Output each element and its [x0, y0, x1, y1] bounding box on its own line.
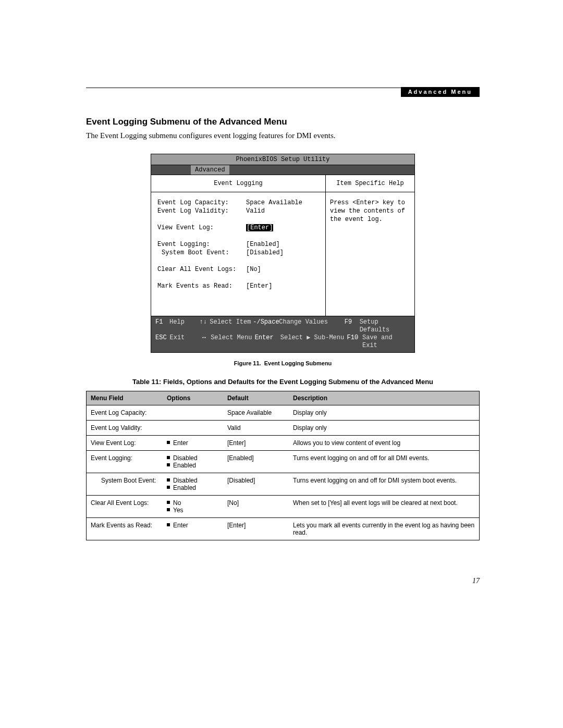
- key-enter: Enter: [255, 334, 280, 350]
- intro-text: The Event Logging submenu configures eve…: [86, 131, 480, 140]
- key-label: Select Menu: [211, 334, 255, 350]
- updown-icon: ↑↓: [197, 318, 210, 334]
- cell-description: Allows you to view content of event log: [289, 436, 480, 451]
- figure-caption: Figure 11. Event Logging Submenu: [86, 360, 480, 366]
- cell-options: DisabledEnabled: [163, 451, 223, 473]
- bios-menu-bar: Advanced: [151, 165, 414, 175]
- key-label: Change Values: [279, 318, 344, 334]
- key-label: Save and Exit: [362, 334, 410, 350]
- cell-description: When set to [Yes] all event logs will be…: [289, 496, 480, 518]
- key-esc: ESC: [155, 334, 170, 350]
- option-item: Enter: [167, 522, 219, 529]
- cell-default: [Enter]: [223, 436, 289, 451]
- table-row: Mark Events as Read:Enter[Enter]Lets you…: [87, 518, 480, 540]
- key-f10: F10: [347, 334, 362, 350]
- field-value: [Disabled]: [246, 249, 284, 257]
- bios-right-header: Item Specific Help: [326, 175, 414, 192]
- bios-help-text: Press <Enter> key to view the contents o…: [326, 192, 414, 230]
- option-item: Yes: [167, 507, 219, 514]
- cell-options: Enter: [163, 518, 223, 540]
- cell-description: Turns event logging on and off for all D…: [289, 451, 480, 473]
- cell-options: DisabledEnabled: [163, 473, 223, 496]
- field-value: Valid: [246, 207, 265, 215]
- cell-default: [Disabled]: [223, 473, 289, 496]
- cell-default: [No]: [223, 496, 289, 518]
- key-label: Setup Defaults: [360, 318, 410, 334]
- table-row: Event Log Validity:ValidDisplay only: [87, 421, 480, 436]
- cell-menu-field: System Boot Event:: [87, 473, 163, 496]
- field-value: [Enabled]: [246, 240, 280, 249]
- cell-default: Space Available: [223, 405, 289, 421]
- selected-value: [Enter]: [246, 224, 273, 231]
- page-number: 17: [472, 577, 480, 585]
- key-f1: F1: [155, 318, 169, 334]
- bios-left-header: Event Logging: [151, 175, 325, 192]
- cell-options: [163, 405, 223, 421]
- key-label: Exit: [170, 334, 198, 350]
- section-heading: Event Logging Submenu of the Advanced Me…: [86, 117, 480, 127]
- option-item: Disabled: [167, 477, 219, 484]
- col-description: Description: [289, 391, 480, 405]
- table-row: View Event Log:Enter[Enter]Allows you to…: [87, 436, 480, 451]
- key-label: Select ▶ Sub-Menu: [280, 334, 347, 350]
- cell-default: Valid: [223, 421, 289, 436]
- field-label: View Event Log:: [157, 224, 246, 232]
- option-item: Enabled: [167, 484, 219, 491]
- field-value: [No]: [246, 265, 261, 274]
- cell-default: [Enabled]: [223, 451, 289, 473]
- table-row: Event Log Capacity:Space AvailableDispla…: [87, 405, 480, 421]
- header-tab: Advanced Menu: [401, 87, 480, 97]
- col-default: Default: [223, 391, 289, 405]
- figure-title: Event Logging Submenu: [264, 360, 332, 366]
- field-label: Mark Events as Read:: [157, 282, 246, 290]
- cell-menu-field: View Event Log:: [87, 436, 163, 451]
- cell-options: [163, 421, 223, 436]
- table-row: System Boot Event:DisabledEnabled[Disabl…: [87, 473, 480, 496]
- table-row: Event Logging:DisabledEnabled[Enabled]Tu…: [87, 451, 480, 473]
- cell-menu-field: Clear All Event Logs:: [87, 496, 163, 518]
- cell-default: [Enter]: [223, 518, 289, 540]
- bios-title: PhoenixBIOS Setup Utility: [151, 154, 414, 165]
- leftright-icon: ↔: [198, 334, 211, 350]
- option-item: No: [167, 499, 219, 507]
- col-menu-field: Menu Field: [87, 391, 163, 405]
- cell-description: Turns event logging on and off for DMI s…: [289, 473, 480, 496]
- key-f9: F9: [345, 318, 360, 334]
- cell-menu-field: Event Logging:: [87, 451, 163, 473]
- field-label: Clear All Event Logs:: [157, 265, 246, 274]
- table-row: Clear All Event Logs:NoYes[No]When set t…: [87, 496, 480, 518]
- fields-table: Menu Field Options Default Description E…: [86, 391, 480, 540]
- field-label: System Boot Event:: [157, 249, 246, 257]
- option-item: Enter: [167, 439, 219, 447]
- cell-description: Display only: [289, 405, 480, 421]
- cell-menu-field: Mark Events as Read:: [87, 518, 163, 540]
- field-label: Event Log Capacity:: [157, 199, 246, 207]
- figure-number: Figure 11.: [234, 360, 261, 366]
- field-label: Event Log Validity:: [157, 207, 246, 215]
- bios-window: PhoenixBIOS Setup Utility Advanced Event…: [151, 154, 415, 353]
- key-label: Help: [169, 318, 197, 334]
- cell-description: Display only: [289, 421, 480, 436]
- key-label: Select Item: [210, 318, 253, 334]
- cell-options: Enter: [163, 436, 223, 451]
- key-space: -/Space: [253, 318, 279, 334]
- option-item: Disabled: [167, 454, 219, 462]
- table-caption: Table 11: Fields, Options and Defaults f…: [86, 378, 480, 386]
- field-label: Event Logging:: [157, 240, 246, 249]
- bios-footer: F1 Help ↑↓ Select Item -/Space Change Va…: [151, 316, 414, 352]
- cell-description: Lets you mark all events currently in th…: [289, 518, 480, 540]
- field-value: [Enter]: [246, 282, 272, 290]
- cell-menu-field: Event Log Capacity:: [87, 405, 163, 421]
- col-options: Options: [163, 391, 223, 405]
- cell-menu-field: Event Log Validity:: [87, 421, 163, 436]
- bios-menu-tab-advanced: Advanced: [191, 165, 229, 175]
- cell-options: NoYes: [163, 496, 223, 518]
- field-value: Space Available: [246, 199, 302, 207]
- option-item: Enabled: [167, 462, 219, 469]
